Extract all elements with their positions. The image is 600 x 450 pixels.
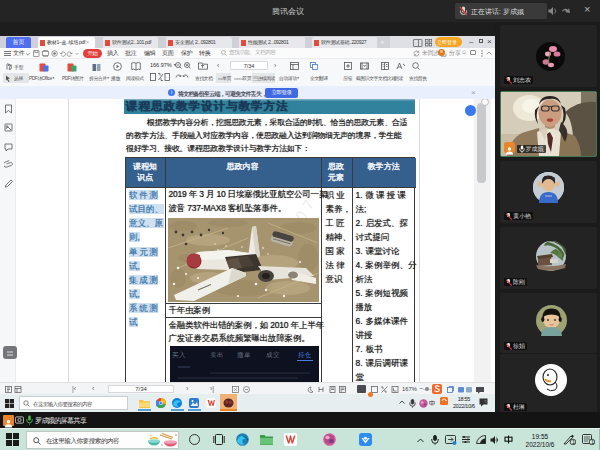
- svg-text:1: 1: [572, 439, 575, 445]
- svg-text:1: 1: [591, 439, 594, 445]
